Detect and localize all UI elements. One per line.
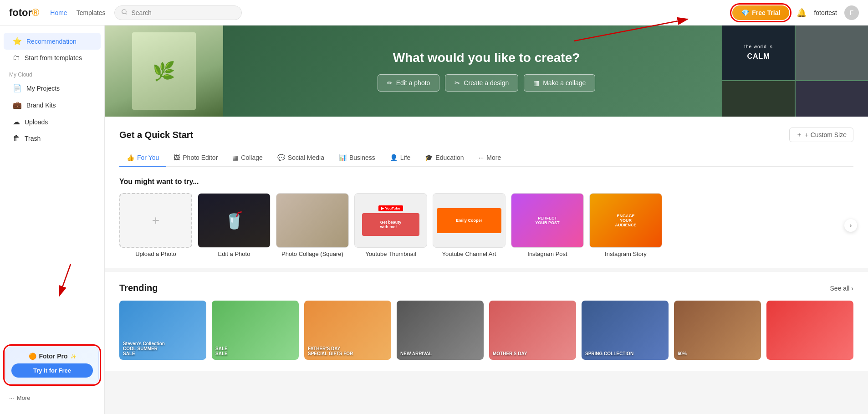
more-tab-icon: ···	[479, 154, 484, 161]
template-label-collage: Photo Collage (Square)	[276, 250, 349, 257]
trending-card-5[interactable]: MOTHER'S DAY	[489, 301, 576, 360]
sidebar-more[interactable]: ··· More	[0, 389, 104, 407]
templates-icon: 🗂	[13, 54, 20, 62]
edit-photo-button[interactable]: ✏ Edit a photo	[378, 74, 440, 92]
sidebar-item-trash[interactable]: 🗑 Trash	[4, 130, 101, 147]
logo[interactable]: fotor®	[9, 7, 39, 19]
sidebar-item-recommendation[interactable]: ⭐ Recommendation	[4, 33, 101, 50]
trending-title: Trending	[119, 283, 158, 293]
nav-right: 💎 Free Trial 🔔 fotortest F	[732, 5, 859, 20]
life-icon: 👤	[390, 154, 398, 161]
main-content: 🌿 the world isCALM What would you like t…	[105, 26, 868, 414]
instagram-thumb: PERFECTYOUR POST	[511, 193, 584, 248]
trending-header: Trending See all ›	[119, 283, 853, 293]
trending-text-1: Steven's CollectionCOOL SUMMERSALE	[123, 341, 203, 356]
edit-icon: ✏	[387, 79, 393, 87]
youtube-thumb: ▶ YouTube Get beautywith me!	[354, 193, 427, 248]
collage-thumb	[276, 193, 349, 248]
tab-photo-editor[interactable]: 🖼 Photo Editor	[166, 149, 225, 167]
plus-icon: ＋	[796, 131, 802, 139]
svg-line-5	[126, 13, 127, 14]
trash-icon: 🗑	[13, 134, 20, 143]
hero-center: What would you like to create? ✏ Edit a …	[378, 51, 596, 92]
more-dots-icon: ···	[9, 394, 14, 401]
logo-text: fotor®	[9, 7, 39, 19]
trending-text-7: 60%	[678, 351, 757, 356]
tab-for-you[interactable]: 👍 For You	[119, 149, 166, 167]
trending-card-2[interactable]: SALESALE	[212, 301, 299, 360]
nav-templates[interactable]: Templates	[77, 7, 106, 18]
template-card-instagram-story[interactable]: ENGAGEYOURAUDIENCE Instagram Story	[589, 193, 662, 257]
make-collage-button[interactable]: ▦ Make a collage	[524, 74, 595, 92]
free-trial-button[interactable]: 💎 Free Trial	[732, 5, 789, 20]
tab-social-media[interactable]: 💬 Social Media	[270, 149, 332, 167]
trending-card-6[interactable]: SPRING COLLECTION	[582, 301, 669, 360]
trending-card-8[interactable]	[766, 301, 853, 360]
sidebar: ⭐ Recommendation 🗂 Start from templates …	[0, 26, 105, 414]
recommendation-icon: ⭐	[13, 37, 22, 46]
trending-card-3[interactable]: FATHER'S DAYSPECIAL GIFTS FOR	[304, 301, 391, 360]
template-card-upload[interactable]: + Upload a Photo	[119, 193, 192, 257]
suggestion-subtitle: You might want to try...	[119, 178, 853, 186]
nav-home[interactable]: Home	[50, 7, 67, 18]
hero-buttons: ✏ Edit a photo ✂ Create a design ▦ Make …	[378, 74, 596, 92]
collage-icon: ▦	[533, 79, 539, 87]
sidebar-item-uploads[interactable]: ☁ Uploads	[4, 113, 101, 130]
sidebar-item-brand-kits[interactable]: 💼 Brand Kits	[4, 97, 101, 113]
trending-card-1[interactable]: Steven's CollectionCOOL SUMMERSALE	[119, 301, 206, 360]
search-input[interactable]	[131, 9, 235, 16]
sidebar-item-projects[interactable]: 📄 My Projects	[4, 80, 101, 97]
template-label-youtube-thumb: Youtube Thumbnail	[354, 250, 427, 257]
see-all-button[interactable]: See all ›	[830, 285, 853, 292]
story-thumb: ENGAGEYOURAUDIENCE	[589, 193, 662, 248]
trending-text-6: SPRING COLLECTION	[585, 351, 665, 356]
template-label-instagram-story: Instagram Story	[589, 250, 662, 257]
create-design-button[interactable]: ✂ Create a design	[445, 74, 518, 92]
trending-section: Trending See all › Steven's CollectionCO…	[105, 268, 868, 371]
cloud-section-label: My Cloud	[0, 66, 104, 80]
sidebar-item-templates[interactable]: 🗂 Start from templates	[4, 50, 101, 66]
tab-more[interactable]: ··· More	[471, 149, 509, 167]
tab-collage[interactable]: ▦ Collage	[225, 149, 270, 167]
main-layout: ⭐ Recommendation 🗂 Start from templates …	[0, 26, 868, 414]
tab-business[interactable]: 📊 Business	[332, 149, 383, 167]
trending-card-4[interactable]: NEW ARRIVAL	[397, 301, 484, 360]
fotor-pro-label: 🟠 Fotor Pro ✨	[11, 353, 93, 360]
nav-links: Home Templates	[50, 7, 105, 18]
sparkle-icon: ✨	[71, 354, 76, 359]
collage-tab-icon: ▦	[232, 154, 238, 161]
template-card-instagram-post[interactable]: PERFECTYOUR POST Instagram Post	[511, 193, 584, 257]
template-label-upload: Upload a Photo	[119, 250, 192, 257]
hero-bg-right: the world isCALM	[722, 26, 868, 117]
business-icon: 📊	[339, 154, 347, 161]
template-grid-wrapper: + Upload a Photo 🥤 Edit a Photo	[119, 193, 853, 257]
upload-plus-icon: +	[152, 213, 159, 228]
search-icon	[121, 9, 128, 17]
template-card-youtube-thumb[interactable]: ▶ YouTube Get beautywith me! Youtube Thu…	[354, 193, 427, 257]
username-label[interactable]: fotortest	[814, 9, 837, 16]
top-navigation: fotor® Home Templates 💎 Free Trial 🔔 fot…	[0, 0, 868, 26]
tab-education[interactable]: 🎓 Education	[418, 149, 471, 167]
try-free-button[interactable]: Try it for Free	[11, 363, 93, 378]
scroll-right-button[interactable]: ›	[844, 219, 857, 232]
svg-point-4	[122, 9, 126, 13]
user-avatar[interactable]: F	[844, 5, 859, 20]
template-grid: + Upload a Photo 🥤 Edit a Photo	[119, 193, 853, 257]
channel-thumb: Emily Cooper	[433, 193, 505, 248]
notification-bell-icon[interactable]: 🔔	[797, 8, 807, 18]
hero-title: What would you like to create?	[378, 51, 596, 65]
template-card-collage[interactable]: Photo Collage (Square)	[276, 193, 349, 257]
custom-size-button[interactable]: ＋ + Custom Size	[789, 128, 853, 142]
quick-start-section: Get a Quick Start ＋ + Custom Size 👍 For …	[105, 117, 868, 268]
pro-icon: 🟠	[29, 353, 36, 360]
brand-kits-icon: 💼	[13, 101, 22, 109]
quick-start-title: Get a Quick Start	[119, 130, 193, 140]
template-card-edit-photo[interactable]: 🥤 Edit a Photo	[198, 193, 271, 257]
trending-card-7[interactable]: 60%	[674, 301, 761, 360]
template-label-instagram-post: Instagram Post	[511, 250, 584, 257]
template-card-youtube-channel[interactable]: Emily Cooper Youtube Channel Art	[433, 193, 505, 257]
hero-bg-left: 🌿	[105, 26, 223, 117]
promo-box: 🟠 Fotor Pro ✨ Try it for Free	[5, 347, 99, 383]
tab-life[interactable]: 👤 Life	[383, 149, 418, 167]
search-bar	[114, 5, 242, 20]
